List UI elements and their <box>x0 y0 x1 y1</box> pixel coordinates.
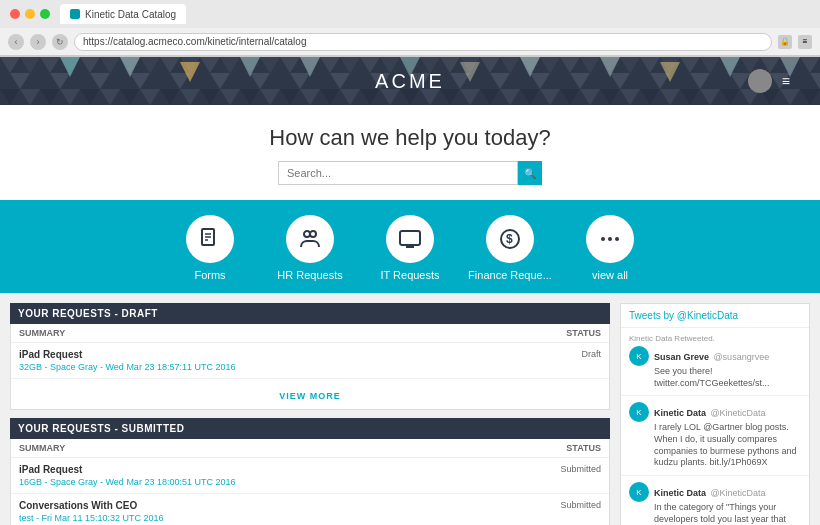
tab-favicon <box>70 9 80 19</box>
tweet-2: K Kinetic Data @KineticData In the categ… <box>621 476 809 525</box>
submitted-col-headers: SUMMARY STATUS <box>11 439 609 458</box>
draft-item-sub: 32GB - Space Gray - Wed Mar 23 18:57:11 … <box>19 362 235 372</box>
draft-row-inner-0: iPad Request 32GB - Space Gray - Wed Mar… <box>19 349 601 372</box>
draft-item-title: iPad Request <box>19 349 235 360</box>
finance-label: Finance Reque... <box>468 269 552 281</box>
tweet-text-1: I rarely LOL @Gartner blog posts. When I… <box>654 422 801 469</box>
submitted-body: SUMMARY STATUS iPad Request 16GB - Space… <box>10 439 610 525</box>
svg-point-31 <box>615 237 619 241</box>
draft-body: SUMMARY STATUS iPad Request 32GB - Space… <box>10 324 610 410</box>
forms-icon <box>186 215 234 263</box>
svg-point-23 <box>310 231 316 237</box>
browser-navbar: ‹ › ↻ https://catalog.acmeco.com/kinetic… <box>0 28 820 56</box>
it-icon <box>386 215 434 263</box>
tweets-panel: Tweets by @KineticData Kinetic Data Retw… <box>620 303 810 525</box>
submitted-status-0: Submitted <box>560 464 601 474</box>
maximize-dot[interactable] <box>40 9 50 19</box>
tab-label: Kinetic Data Catalog <box>85 9 176 20</box>
search-button[interactable]: 🔍 <box>518 161 542 185</box>
search-input[interactable] <box>278 161 518 185</box>
back-button[interactable]: ‹ <box>8 34 24 50</box>
browser-chrome: Kinetic Data Catalog ‹ › ↻ https://catal… <box>0 0 820 57</box>
service-hr[interactable]: HR Requests <box>260 215 360 281</box>
submitted-title-0: iPad Request <box>19 464 235 475</box>
finance-icon: $ <box>486 215 534 263</box>
url-text: https://catalog.acmeco.com/kinetic/inter… <box>83 36 306 47</box>
nav-icons: 🔒 ≡ <box>778 35 812 49</box>
browser-dots <box>10 9 50 19</box>
tweet-content-0: Susan Greve @susangrvee See you there! t… <box>654 346 801 389</box>
draft-row-0[interactable]: iPad Request 32GB - Space Gray - Wed Mar… <box>11 343 609 379</box>
draft-col-headers: SUMMARY STATUS <box>11 324 609 343</box>
tweets-header: Tweets by @KineticData <box>621 304 809 328</box>
retweet-label-0: Kinetic Data Retweeted. <box>629 334 801 343</box>
browser-tab[interactable]: Kinetic Data Catalog <box>60 4 186 24</box>
tweet-row-0: K Susan Greve @susangrvee See you there!… <box>629 346 801 389</box>
tweet-content-2: Kinetic Data @KineticData In the categor… <box>654 482 801 525</box>
submitted-sub-0: 16GB - Space Gray - Wed Mar 23 18:00:51 … <box>19 477 235 487</box>
svg-point-29 <box>601 237 605 241</box>
draft-col-status: STATUS <box>566 328 601 338</box>
forward-button[interactable]: › <box>30 34 46 50</box>
tweet-1: K Kinetic Data @KineticData I rarely LOL… <box>621 396 809 476</box>
header-right: ≡ <box>748 69 790 93</box>
submitted-header: YOUR REQUESTS - SUBMITTED <box>10 418 610 439</box>
draft-header: YOUR REQUESTS - DRAFT <box>10 303 610 324</box>
view-more-draft: VIEW MORE <box>11 379 609 409</box>
tweet-avatar-2: K <box>629 482 649 502</box>
submitted-row-0[interactable]: iPad Request 16GB - Space Gray - Wed Mar… <box>11 458 609 494</box>
minimize-dot[interactable] <box>25 9 35 19</box>
website: ACME ≡ How can we help you today? 🔍 Form… <box>0 57 820 525</box>
site-title: ACME <box>375 70 445 93</box>
submitted-row-1[interactable]: Conversations With CEO test - Fri Mar 11… <box>11 494 609 525</box>
submitted-row-inner-1: Conversations With CEO test - Fri Mar 11… <box>19 500 601 523</box>
draft-item-status: Draft <box>581 349 601 359</box>
hr-label: HR Requests <box>277 269 342 281</box>
tweet-0: Kinetic Data Retweeted. K Susan Greve @s… <box>621 328 809 396</box>
lock-icon: 🔒 <box>778 35 792 49</box>
requests-panel: YOUR REQUESTS - DRAFT SUMMARY STATUS iPa… <box>10 303 610 525</box>
submitted-title-1: Conversations With CEO <box>19 500 164 511</box>
service-forms[interactable]: Forms <box>160 215 260 281</box>
tweet-user-1: Kinetic Data <box>654 408 706 418</box>
tweet-handle-0: @susangrvee <box>713 352 769 362</box>
submitted-status-1: Submitted <box>560 500 601 510</box>
hr-icon <box>286 215 334 263</box>
tweet-text-0: See you there! twitter.com/TCGeekettes/s… <box>654 366 801 389</box>
menu-icon[interactable]: ≡ <box>798 35 812 49</box>
section-gap <box>10 410 610 418</box>
tweet-text-2: In the category of "Things your develope… <box>654 502 801 525</box>
close-dot[interactable] <box>10 9 20 19</box>
refresh-button[interactable]: ↻ <box>52 34 68 50</box>
it-label: IT Requests <box>380 269 439 281</box>
tweet-content-1: Kinetic Data @KineticData I rarely LOL @… <box>654 402 801 469</box>
forms-label: Forms <box>194 269 225 281</box>
submitted-col-summary: SUMMARY <box>19 443 65 453</box>
avatar[interactable] <box>748 69 772 93</box>
main-content: YOUR REQUESTS - DRAFT SUMMARY STATUS iPa… <box>0 293 820 525</box>
tweet-avatar-0: K <box>629 346 649 366</box>
hero-headline: How can we help you today? <box>10 125 810 151</box>
tweets-by: by @KineticData <box>663 310 738 321</box>
search-bar: 🔍 <box>10 161 810 185</box>
svg-text:$: $ <box>506 232 513 246</box>
tweet-user-0: Susan Greve <box>654 352 709 362</box>
tweet-avatar-1: K <box>629 402 649 422</box>
service-finance[interactable]: $ Finance Reque... <box>460 215 560 281</box>
submitted-sub-1: test - Fri Mar 11 15:10:32 UTC 2016 <box>19 513 164 523</box>
tweet-handle-2: @KineticData <box>710 488 765 498</box>
site-header: ACME ≡ <box>0 57 820 105</box>
svg-rect-24 <box>400 231 420 245</box>
hamburger-icon[interactable]: ≡ <box>782 73 790 89</box>
service-viewall[interactable]: view all <box>560 215 660 281</box>
services-section: Forms HR Requests IT Requests $ Finance … <box>0 200 820 293</box>
more-icon <box>586 215 634 263</box>
submitted-col-status: STATUS <box>566 443 601 453</box>
tweet-row-1: K Kinetic Data @KineticData I rarely LOL… <box>629 402 801 469</box>
tweet-user-2: Kinetic Data <box>654 488 706 498</box>
service-it[interactable]: IT Requests <box>360 215 460 281</box>
tweet-handle-1: @KineticData <box>710 408 765 418</box>
hero-section: How can we help you today? 🔍 <box>0 105 820 200</box>
view-more-link[interactable]: VIEW MORE <box>279 391 341 401</box>
address-bar[interactable]: https://catalog.acmeco.com/kinetic/inter… <box>74 33 772 51</box>
